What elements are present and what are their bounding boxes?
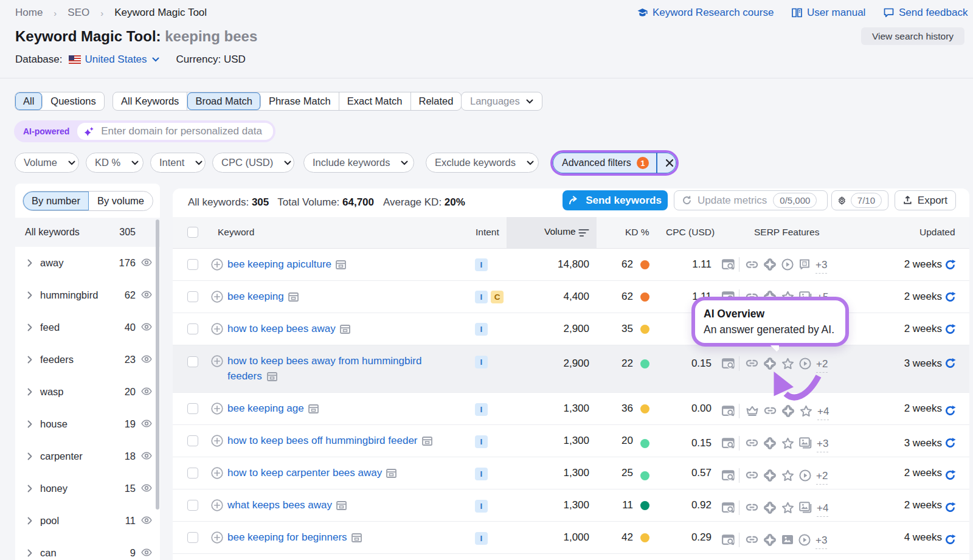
svg-text:?: ? (803, 261, 806, 265)
